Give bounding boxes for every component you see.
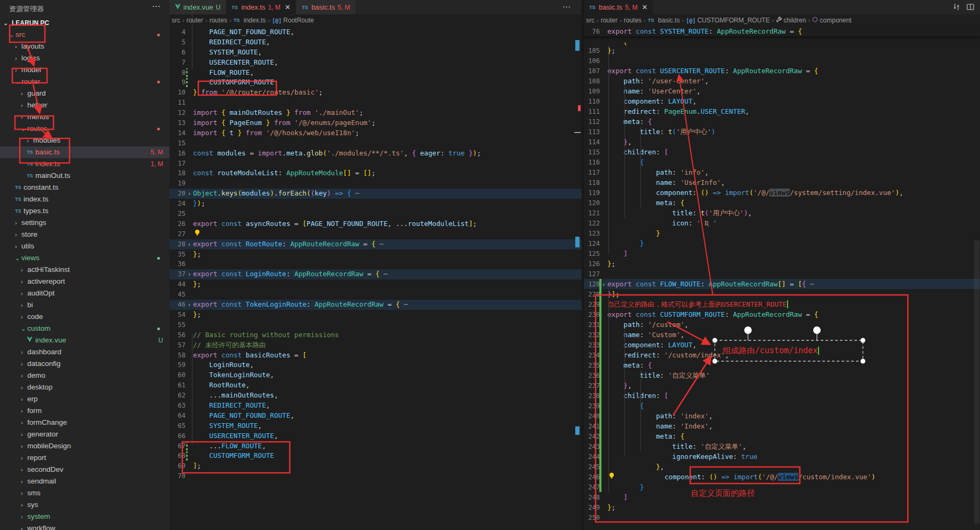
code-line-13[interactable]: 13 import { PageEnum } from '/@/enums/pa… xyxy=(169,118,583,128)
code-line-59[interactable]: 59 LoginRoute, xyxy=(169,360,583,370)
code-line-partial[interactable]: } xyxy=(584,41,980,45)
tree-item-workflow[interactable]: ›workflow xyxy=(0,523,169,530)
breadcrumb-component[interactable]: component xyxy=(812,17,851,24)
code-line-64[interactable]: 64 PAGE_NOT_FOUND_ROUTE, xyxy=(169,411,583,421)
code-line-37[interactable]: 37›export const LoginRoute: AppRouteReco… xyxy=(169,269,583,279)
code-line-107[interactable]: 107 export const USERCENTER_ROUTE: AppRo… xyxy=(584,66,980,76)
sticky-scroll-line[interactable]: 76 export const SYSTEM_ROUTE: AppRouteRe… xyxy=(584,26,980,36)
code-line-67[interactable]: 67 ...FLOW_ROUTE, xyxy=(169,441,583,451)
code-line-7[interactable]: 7 USERCENTER_ROUTE, xyxy=(169,58,583,68)
tree-item-index-vue[interactable]: index.vueU xyxy=(0,334,169,346)
code-line-8[interactable]: 8 FLOW_ROUTE, xyxy=(169,68,583,78)
close-icon[interactable]: ✕ xyxy=(284,3,290,11)
code-line-20[interactable]: 20›Object.keys(modules).forEach((key) =>… xyxy=(169,189,583,199)
fold-chevron-icon[interactable]: › xyxy=(186,189,193,199)
code-line-240[interactable]: 240 path: 'index', xyxy=(584,411,980,421)
code-line-70[interactable]: 70 xyxy=(169,471,583,481)
breadcrumb-RootRoute[interactable]: [@]RootRoute xyxy=(272,17,314,24)
code-line-10[interactable]: 10 } from '/@/router/routes/basic'; xyxy=(169,88,583,98)
code-line-114[interactable]: 114 }, xyxy=(584,137,980,147)
code-line-243[interactable]: 243 title: '自定义菜单', xyxy=(584,441,980,451)
tree-item-formChange[interactable]: ›formChange xyxy=(0,417,169,428)
code-line-27[interactable]: 27 xyxy=(169,229,583,239)
tree-item-utils[interactable]: ›utils xyxy=(0,240,169,252)
code-line-16[interactable]: 16 const modules = import.meta.glob('./m… xyxy=(169,149,583,159)
code-line-76[interactable]: 76 export const SYSTEM_ROUTE: AppRouteRe… xyxy=(584,26,980,37)
code-line-116[interactable]: 116 { xyxy=(584,157,980,167)
breadcrumb-CUSTOMFORM_ROUTE[interactable]: [@]CUSTOMFORM_ROUTE xyxy=(686,17,770,24)
breadcrumb-index-ts[interactable]: TSindex.ts xyxy=(234,17,266,24)
code-line-15[interactable]: 15 xyxy=(169,138,583,149)
code-line-123[interactable]: 123 } xyxy=(584,228,980,238)
code-line-122[interactable]: 122 icon: ' Ʀ ' xyxy=(584,218,980,228)
code-line-26[interactable]: 26 export const asyncRoutes = [PAGE_NOT_… xyxy=(169,219,583,229)
code-line-63[interactable]: 63 REDIRECT_ROUTE, xyxy=(169,401,583,411)
tree-item-sys[interactable]: ›sys xyxy=(0,499,169,511)
tree-item-custom[interactable]: ⌄custom xyxy=(0,323,169,334)
tree-item-layouts[interactable]: ›layouts xyxy=(0,41,169,52)
tree-item-logics[interactable]: ›logics xyxy=(0,52,169,64)
code-line-55[interactable]: 55 xyxy=(169,320,583,330)
tree-item-bi[interactable]: ›bi xyxy=(0,299,169,311)
tree-item-mobileDesign[interactable]: ›mobileDesign xyxy=(0,440,169,452)
code-line-61[interactable]: 61 RootRoute, xyxy=(169,380,583,391)
code-line-125[interactable]: 125 ] xyxy=(584,248,980,259)
code-line-14[interactable]: 14 import { t } from '/@/hooks/web/useI1… xyxy=(169,128,583,138)
code-line-246[interactable]: 246 component: () => import('/@/views/cu… xyxy=(584,472,980,482)
split-editor-icon[interactable] xyxy=(966,3,975,13)
code-line-36[interactable]: 36 xyxy=(169,259,583,269)
tree-item-activereport[interactable]: ›activereport xyxy=(0,276,169,287)
tree-item-desktop[interactable]: ›desktop xyxy=(0,381,169,393)
code-line-108[interactable]: 108 path: '/user-center', xyxy=(584,76,980,86)
fold-chevron-icon[interactable]: › xyxy=(186,270,193,280)
code-line-247[interactable]: 247 } xyxy=(584,482,980,492)
code-line-4[interactable]: 4 PAGE_NOT_FOUND_ROUTE, xyxy=(169,27,583,37)
tree-item-types-ts[interactable]: TStypes.ts xyxy=(0,205,169,217)
close-icon[interactable]: ✕ xyxy=(642,3,647,11)
code-line-112[interactable]: 112 meta: { xyxy=(584,116,980,127)
tree-item-actHiTaskinst[interactable]: ›actHiTaskinst xyxy=(0,264,169,276)
tree-item-index-ts[interactable]: TSindex.ts xyxy=(0,193,169,205)
code-line-124[interactable]: 124 } xyxy=(584,238,980,248)
tree-item-auditOpt[interactable]: ›auditOpt xyxy=(0,287,169,299)
code-line-115[interactable]: 115 children: [ xyxy=(584,147,980,157)
code-line-232[interactable]: 232 name: 'Custom', xyxy=(584,330,980,340)
code-line-45[interactable]: 45 xyxy=(169,290,583,300)
code-line-245[interactable]: 245 }, xyxy=(584,462,980,472)
tab-basic-ts[interactable]: TSbasic.ts5, M xyxy=(296,0,356,14)
code-line-118[interactable]: 118 name: 'UserInfo', xyxy=(584,177,980,188)
code-line-234[interactable]: 234 redirect: '/custom/index', xyxy=(584,350,980,360)
code-line-231[interactable]: 231 path: '/custom', xyxy=(584,319,980,330)
code-line-109[interactable]: 109 name: 'UserCenter', xyxy=(584,86,980,96)
project-root-row[interactable]: ⌄LEARUN PC xyxy=(0,17,169,29)
code-line-233[interactable]: 233 component: LAYOUT, xyxy=(584,340,980,350)
code-line-241[interactable]: 241 name: 'Index', xyxy=(584,421,980,431)
code-line-120[interactable]: 120 meta: { xyxy=(584,198,980,208)
code-line-126[interactable]: 126 }; xyxy=(584,259,980,269)
breadcrumb-basic-ts[interactable]: TSbasic.ts xyxy=(648,17,680,24)
code-line-127[interactable]: 127 xyxy=(584,269,980,279)
tree-item-sendmail[interactable]: ›sendmail xyxy=(0,476,169,487)
code-line-57[interactable]: 57 // 未经许可的基本路由 xyxy=(169,340,583,350)
code-line-106[interactable]: 106 xyxy=(584,56,980,66)
code-line-242[interactable]: 242 meta: { xyxy=(584,431,980,441)
tree-item-constant-ts[interactable]: TSconstant.ts xyxy=(0,182,169,193)
code-line-66[interactable]: 66 USERCENTER_ROUTE, xyxy=(169,431,583,441)
tree-item-src[interactable]: ⌄src xyxy=(0,29,169,41)
code-line-12[interactable]: 12 import { mainOutRoutes } from './main… xyxy=(169,108,583,118)
tab-index-ts[interactable]: TSindex.ts1, M✕ xyxy=(226,0,296,14)
code-line-68[interactable]: 68 CUSTOMFORM_ROUTE xyxy=(169,451,583,461)
code-line-111[interactable]: 111 redirect: PageEnum.USER_CENTER, xyxy=(584,106,980,116)
scrollbar[interactable] xyxy=(974,240,979,524)
code-line-60[interactable]: 60 TokenLoginRoute, xyxy=(169,370,583,380)
code-line-62[interactable]: 62 ...mainOutRoutes, xyxy=(169,391,583,401)
code-line-236[interactable]: 236 title: '自定义菜单' xyxy=(584,370,980,380)
code-line-244[interactable]: 244 ignoreKeepAlive: true xyxy=(584,451,980,462)
code-line-69[interactable]: 69 ]; xyxy=(169,461,583,471)
code-line-128[interactable]: 128›export const FLOW_ROUTE: AppRouteRec… xyxy=(584,279,980,289)
explorer-more-actions[interactable]: ⋯ xyxy=(152,1,161,11)
code-line-5[interactable]: 5 REDIRECT_ROUTE, xyxy=(169,37,583,48)
tree-item-dashboard[interactable]: ›dashboard xyxy=(0,346,169,358)
breadcrumb-router[interactable]: router xyxy=(187,17,203,24)
breadcrumb-children[interactable]: children xyxy=(776,17,806,24)
